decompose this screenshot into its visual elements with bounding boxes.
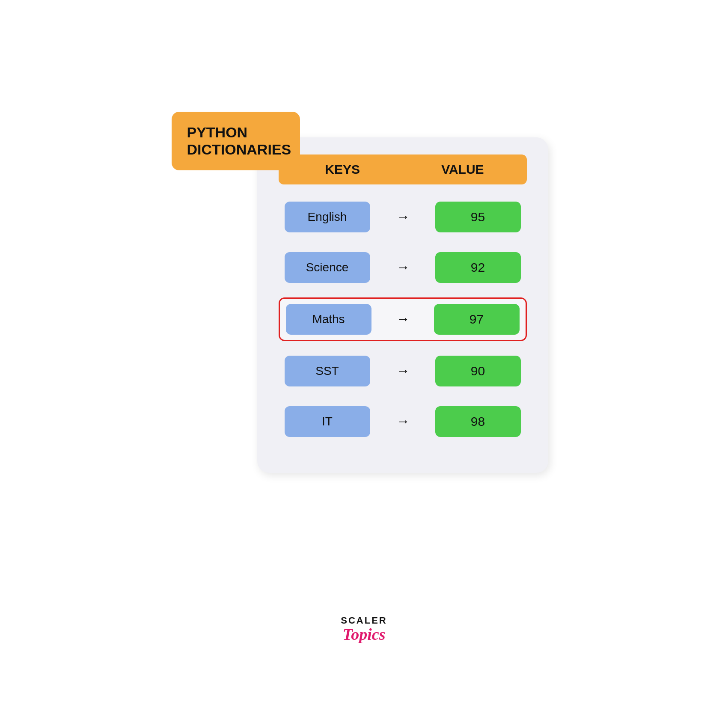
arrow-icon: → (370, 259, 435, 275)
table-row-highlighted: Maths → 97 (279, 297, 527, 341)
key-sst: SST (285, 356, 370, 386)
value-science: 92 (435, 252, 521, 283)
dictionary-card: KEYS VALUE English → 95 Science → 92 Mat… (257, 137, 548, 473)
table-row: SST → 90 (279, 351, 527, 392)
value-maths: 97 (434, 304, 520, 335)
brand-scaler: SCALER (341, 615, 387, 626)
table-row: English → 95 (279, 196, 527, 238)
value-sst: 90 (435, 356, 521, 386)
title-badge: PYTHON DICTIONARIES (172, 112, 300, 171)
arrow-icon: → (370, 413, 435, 429)
key-science: Science (285, 252, 370, 283)
key-maths: Maths (286, 304, 371, 335)
footer-logo: SCALER Topics (172, 615, 557, 642)
key-english: English (285, 202, 370, 232)
value-english: 95 (435, 202, 521, 232)
key-it: IT (285, 406, 370, 437)
arrow-icon: → (371, 311, 434, 327)
title-line1: PYTHON DICTIONARIES (187, 124, 285, 159)
keys-header: KEYS (287, 162, 398, 177)
arrow-icon: → (370, 363, 435, 379)
scene: PYTHON DICTIONARIES KEYS VALUE English →… (172, 86, 557, 642)
table-row: IT → 98 (279, 401, 527, 442)
value-header: VALUE (407, 162, 518, 177)
value-it: 98 (435, 406, 521, 437)
brand-topics: Topics (343, 626, 386, 642)
table-header: KEYS VALUE (279, 155, 527, 184)
table-row: Science → 92 (279, 247, 527, 288)
arrow-icon: → (370, 209, 435, 225)
